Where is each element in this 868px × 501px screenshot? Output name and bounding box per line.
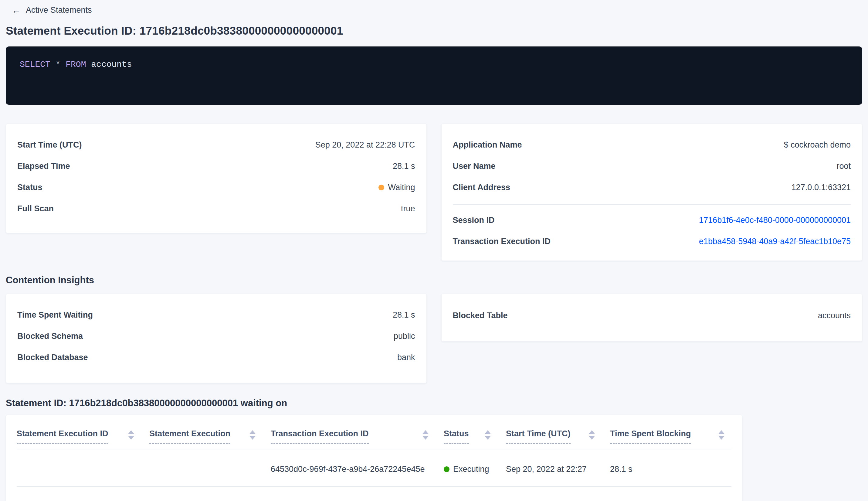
blocked-table-label: Blocked Table <box>453 311 508 320</box>
sql-star: * <box>56 60 61 69</box>
blocked-table-row: Blocked Table accounts <box>453 311 851 320</box>
time-spent-waiting-label: Time Spent Waiting <box>17 310 93 319</box>
blocked-schema-row: Blocked Schema public <box>17 332 415 341</box>
client-address-label: Client Address <box>453 183 510 192</box>
waiting-on-heading: Statement ID: 1716b218dc0b38380000000000… <box>6 398 862 409</box>
sort-icon <box>249 430 256 440</box>
status-value: Waiting <box>388 183 415 192</box>
client-address-row: Client Address 127.0.0.1:63321 <box>453 183 851 192</box>
application-name-value: $ cockroach demo <box>784 140 851 149</box>
cell-start-time: Sep 20, 2022 at 22:27 <box>506 465 610 474</box>
session-id-link[interactable]: 1716b1f6-4e0c-f480-0000-000000000001 <box>699 216 851 225</box>
table-header-row: Statement Execution ID Statement Executi… <box>17 415 731 449</box>
start-time-label: Start Time (UTC) <box>17 140 82 149</box>
full-scan-value: true <box>401 204 415 213</box>
cell-transaction-execution-id: 64530d0c-969f-437e-a9b4-26a72245e45e <box>271 465 444 474</box>
column-header-time-spent-blocking[interactable]: Time Spent Blocking <box>610 429 732 449</box>
transaction-execution-id-label: Transaction Execution ID <box>453 237 551 246</box>
session-id-row: Session ID 1716b1f6-4e0c-f480-0000-00000… <box>453 216 851 225</box>
overview-card: Start Time (UTC) Sep 20, 2022 at 22:28 U… <box>6 124 427 233</box>
status-label: Status <box>17 183 43 192</box>
card-divider <box>453 204 851 205</box>
sort-icon <box>128 430 134 440</box>
blocked-schema-label: Blocked Schema <box>17 332 83 341</box>
column-header-status[interactable]: Status <box>444 429 506 449</box>
blocked-schema-value: public <box>394 332 415 341</box>
sql-keyword-from: FROM <box>66 60 86 69</box>
user-name-value: root <box>836 161 851 171</box>
blocked-table-value: accounts <box>818 311 851 320</box>
sql-table-name: accounts <box>91 60 132 69</box>
session-id-label: Session ID <box>453 216 495 225</box>
full-scan-row: Full Scan true <box>17 204 415 213</box>
waiting-on-table: Statement Execution ID Statement Executi… <box>6 415 742 501</box>
full-scan-label: Full Scan <box>17 204 54 213</box>
start-time-row: Start Time (UTC) Sep 20, 2022 at 22:28 U… <box>17 140 415 149</box>
back-link-label: Active Statements <box>26 6 92 15</box>
status-row: Status Waiting <box>17 183 415 192</box>
transaction-execution-id-link[interactable]: e1bba458-5948-40a9-a42f-5feac1b10e75 <box>699 237 851 246</box>
sql-statement-box: SELECT * FROM accounts <box>6 46 862 105</box>
page-title: Statement Execution ID: 1716b218dc0b3838… <box>6 24 862 38</box>
start-time-value: Sep 20, 2022 at 22:28 UTC <box>315 140 415 149</box>
sort-icon <box>589 430 595 440</box>
client-address-value: 127.0.0.1:63321 <box>792 183 851 192</box>
blocked-database-value: bank <box>397 353 415 362</box>
waiting-status-dot-icon <box>378 185 384 190</box>
elapsed-time-label: Elapsed Time <box>17 161 70 171</box>
contention-insights-heading: Contention Insights <box>6 275 862 286</box>
executing-status-dot-icon <box>444 466 449 472</box>
blocked-database-label: Blocked Database <box>17 353 88 362</box>
row-status-value: Executing <box>453 465 489 474</box>
user-name-row: User Name root <box>453 161 851 171</box>
session-card: Application Name $ cockroach demo User N… <box>441 124 862 261</box>
sort-icon <box>485 430 491 440</box>
user-name-label: User Name <box>453 161 496 171</box>
statement-execution-page: ← Active Statements Statement Execution … <box>0 0 868 501</box>
column-header-transaction-execution-id[interactable]: Transaction Execution ID <box>271 429 444 449</box>
sort-icon <box>422 430 428 440</box>
sql-keyword-select: SELECT <box>20 60 50 69</box>
blocked-table-card: Blocked Table accounts <box>441 294 862 342</box>
contention-details-card: Time Spent Waiting 28.1 s Blocked Schema… <box>6 294 427 383</box>
sort-icon <box>718 430 725 440</box>
elapsed-time-value: 28.1 s <box>393 161 415 171</box>
transaction-execution-id-row: Transaction Execution ID e1bba458-5948-4… <box>453 237 851 246</box>
back-link[interactable]: ← Active Statements <box>12 6 862 15</box>
cell-status: Executing <box>444 465 506 474</box>
application-name-row: Application Name $ cockroach demo <box>453 140 851 149</box>
time-spent-waiting-value: 28.1 s <box>393 310 415 319</box>
blocked-database-row: Blocked Database bank <box>17 353 415 362</box>
column-header-statement-execution-id[interactable]: Statement Execution ID <box>17 429 149 449</box>
elapsed-time-row: Elapsed Time 28.1 s <box>17 161 415 171</box>
back-arrow-icon: ← <box>12 6 21 15</box>
cell-time-spent-blocking: 28.1 s <box>610 465 732 474</box>
column-header-start-time[interactable]: Start Time (UTC) <box>506 429 610 449</box>
column-header-statement-execution[interactable]: Statement Execution <box>149 429 271 449</box>
application-name-label: Application Name <box>453 140 522 149</box>
table-row: 64530d0c-969f-437e-a9b4-26a72245e45e Exe… <box>17 449 731 487</box>
time-spent-waiting-row: Time Spent Waiting 28.1 s <box>17 310 415 319</box>
